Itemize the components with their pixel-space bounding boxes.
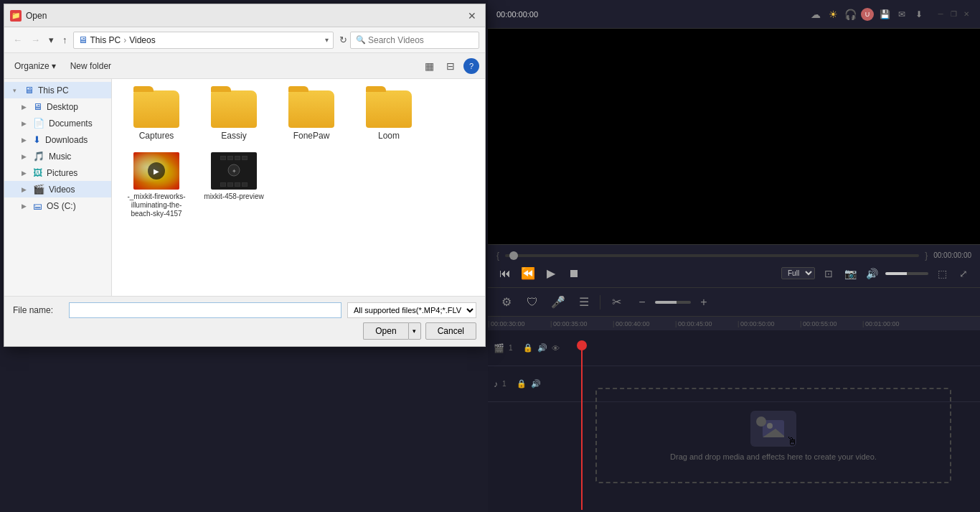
osc-icon: 🖴 — [33, 200, 42, 211]
file-item-eassiy[interactable]: Eassiy — [198, 88, 270, 144]
dialog-overlay: 📁 Open ✕ ← → ▾ ↑ 🖥 This PC › Videos ▾ ↻ … — [0, 0, 980, 512]
dialog-title-icon: 📁 — [10, 10, 22, 22]
dialog-file-area: Captures Eassiy FonePaw Loom — [112, 79, 485, 296]
dialog-sidebar: ▾ 🖥 This PC ▶ 🖥 Desktop ▶ 📄 Documents ▶ … — [4, 79, 112, 296]
back-button[interactable]: ← — [10, 33, 25, 47]
sidebar-label-osc: OS (C:) — [47, 201, 76, 211]
sidebar-item-pictures[interactable]: ▶ 🖼 Pictures — [4, 164, 111, 181]
sidebar-item-desktop[interactable]: ▶ 🖥 Desktop — [4, 98, 111, 115]
action-buttons-row: Open ▾ Cancel — [13, 322, 476, 340]
expand-icon-videos: ▶ — [22, 186, 29, 193]
expand-icon-music: ▶ — [22, 153, 29, 160]
filename-label: File name: — [13, 305, 63, 315]
dialog-titlebar: 📁 Open ✕ — [4, 4, 485, 27]
sidebar-item-osc[interactable]: ▶ 🖴 OS (C:) — [4, 197, 111, 214]
dialog-title-label: Open — [26, 11, 47, 21]
path-videos: Videos — [129, 35, 155, 45]
mixkit-preview: ✦ — [211, 152, 257, 190]
thumb-mixkit: ✦ — [211, 152, 257, 190]
sidebar-item-videos[interactable]: ▶ 🎬 Videos — [4, 181, 111, 197]
documents-icon: 📄 — [33, 118, 44, 129]
filetype-select[interactable]: All supported files(*.MP4;*.FLV; — [347, 302, 476, 318]
desktop-icon: 🖥 — [33, 101, 42, 112]
sidebar-item-music[interactable]: ▶ 🎵 Music — [4, 148, 111, 164]
sidebar-label-desktop: Desktop — [47, 102, 78, 112]
organize-dropdown-icon: ▾ — [52, 61, 56, 71]
sidebar-item-documents[interactable]: ▶ 📄 Documents — [4, 115, 111, 131]
view-details-button[interactable]: ⊟ — [442, 57, 459, 75]
dialog-close-button[interactable]: ✕ — [465, 9, 479, 23]
path-pc-icon: 🖥 — [78, 34, 88, 45]
sidebar-label-music: Music — [49, 152, 71, 162]
file-label-mixkit: mixkit-458-preview — [204, 192, 263, 201]
dropdown-button[interactable]: ▾ — [46, 33, 57, 47]
dialog-body: ▾ 🖥 This PC ▶ 🖥 Desktop ▶ 📄 Documents ▶ … — [4, 79, 485, 296]
forward-button[interactable]: → — [28, 33, 43, 47]
file-label-fonepaw: FonePaw — [293, 131, 330, 141]
play-circle-fireworks: ▶ — [148, 162, 165, 180]
expand-icon-downloads: ▶ — [22, 136, 29, 144]
filename-row: File name: All supported files(*.MP4;*.F… — [13, 302, 476, 318]
expand-icon-documents: ▶ — [22, 120, 29, 127]
file-label-captures: Captures — [139, 131, 174, 141]
sidebar-label-thispc: This PC — [38, 85, 69, 96]
path-separator-1: › — [123, 35, 126, 45]
file-item-loom[interactable]: Loom — [353, 88, 425, 144]
file-label-fireworks: -_mixkit-fireworks-illuminating-the-beac… — [123, 192, 189, 218]
pictures-icon: 🖼 — [33, 167, 42, 178]
play-overlay-fireworks: ▶ — [133, 152, 179, 190]
dialog-bottom: File name: All supported files(*.MP4;*.F… — [4, 296, 485, 346]
file-item-fireworks[interactable]: ▶ -_mixkit-fireworks-illuminating-the-be… — [121, 149, 192, 221]
file-label-loom: Loom — [378, 131, 400, 141]
path-thispc: This PC — [90, 35, 121, 45]
expand-icon-thispc: ▾ — [13, 87, 20, 94]
open-file-dialog: 📁 Open ✕ ← → ▾ ↑ 🖥 This PC › Videos ▾ ↻ … — [4, 4, 486, 347]
film-strip: ✦ — [220, 156, 248, 187]
thumb-fireworks: ▶ — [133, 152, 179, 190]
sidebar-label-documents: Documents — [49, 118, 93, 129]
folder-icon-fonepaw — [288, 90, 334, 128]
file-item-fonepaw[interactable]: FonePaw — [275, 88, 347, 144]
music-icon: 🎵 — [33, 151, 44, 162]
file-item-captures[interactable]: Captures — [121, 88, 192, 144]
folder-icon-eassiy — [211, 90, 257, 128]
sidebar-label-downloads: Downloads — [45, 135, 88, 145]
dialog-title: 📁 Open — [10, 10, 47, 22]
sidebar-item-downloads[interactable]: ▶ ⬇ Downloads — [4, 131, 111, 148]
dialog-toolbar-bar: Organize ▾ New folder ▦ ⊟ ? — [4, 53, 485, 79]
up-button[interactable]: ↑ — [60, 33, 70, 47]
filename-input[interactable] — [69, 302, 341, 318]
view-mode-button[interactable]: ▦ — [420, 57, 438, 75]
search-input[interactable] — [350, 32, 479, 49]
path-dropdown-button[interactable]: ▾ — [325, 36, 329, 44]
search-wrapper: 🔍 — [350, 32, 479, 49]
organize-label: Organize — [14, 61, 50, 71]
file-item-mixkit-preview[interactable]: ✦ mixkit-458-preview — [198, 149, 270, 221]
new-folder-button[interactable]: New folder — [65, 60, 117, 73]
expand-icon-pictures: ▶ — [22, 169, 29, 177]
help-button[interactable]: ? — [463, 58, 479, 74]
thispc-icon: 🖥 — [24, 85, 34, 96]
open-button-group: Open ▾ — [363, 322, 420, 340]
expand-icon-desktop: ▶ — [22, 103, 29, 111]
file-label-eassiy: Eassiy — [221, 131, 246, 141]
svg-text:✦: ✦ — [232, 168, 237, 174]
folder-icon-captures — [133, 90, 179, 128]
refresh-button[interactable]: ↻ — [339, 34, 347, 45]
address-path[interactable]: 🖥 This PC › Videos ▾ — [73, 32, 334, 49]
sidebar-label-pictures: Pictures — [47, 168, 77, 178]
videos-icon: 🎬 — [33, 184, 44, 195]
expand-icon-osc: ▶ — [22, 203, 29, 210]
organize-button[interactable]: Organize ▾ — [10, 60, 60, 73]
open-button[interactable]: Open — [363, 322, 407, 340]
sidebar-label-videos: Videos — [49, 185, 75, 195]
cancel-button[interactable]: Cancel — [425, 322, 476, 340]
sidebar-item-thispc[interactable]: ▾ 🖥 This PC — [4, 82, 111, 98]
dialog-addressbar: ← → ▾ ↑ 🖥 This PC › Videos ▾ ↻ 🔍 — [4, 27, 485, 53]
downloads-icon: ⬇ — [33, 134, 41, 145]
open-dropdown-button[interactable]: ▾ — [408, 322, 421, 340]
folder-icon-loom — [366, 90, 412, 128]
